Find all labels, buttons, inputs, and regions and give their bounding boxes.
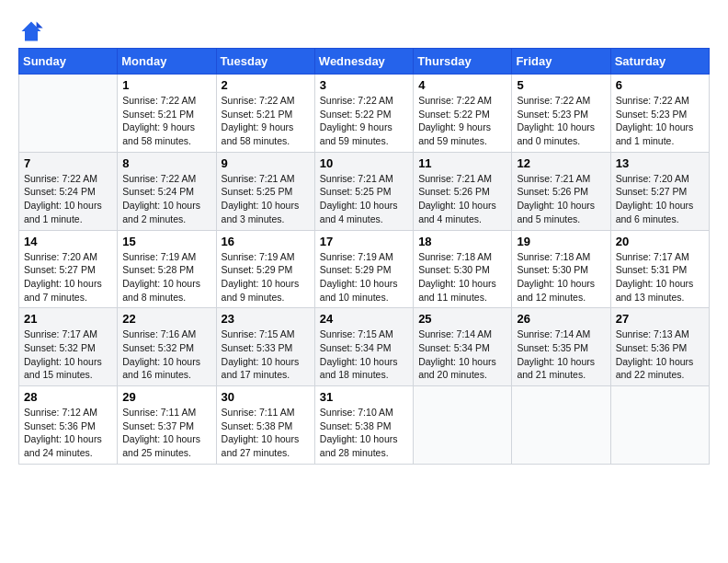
day-info: Sunrise: 7:11 AMSunset: 5:38 PMDaylight:… — [222, 406, 310, 460]
day-number: 17 — [320, 235, 408, 248]
day-info: Sunrise: 7:20 AMSunset: 5:27 PMDaylight:… — [616, 172, 704, 226]
day-number: 18 — [418, 235, 506, 248]
calendar-cell: 16Sunrise: 7:19 AMSunset: 5:29 PMDayligh… — [216, 230, 314, 308]
calendar-cell: 6Sunrise: 7:22 AMSunset: 5:23 PMDaylight… — [610, 75, 709, 153]
day-info: Sunrise: 7:19 AMSunset: 5:29 PMDaylight:… — [320, 250, 408, 304]
weekday-header-monday: Monday — [118, 49, 216, 75]
calendar-cell: 9Sunrise: 7:21 AMSunset: 5:25 PMDaylight… — [216, 152, 314, 230]
calendar-cell: 11Sunrise: 7:21 AMSunset: 5:26 PMDayligh… — [414, 152, 512, 230]
day-number: 16 — [222, 235, 310, 248]
svg-marker-1 — [37, 22, 43, 29]
day-number: 14 — [24, 235, 112, 248]
day-info: Sunrise: 7:21 AMSunset: 5:26 PMDaylight:… — [418, 172, 506, 226]
day-number: 6 — [616, 78, 704, 92]
day-number: 12 — [517, 156, 605, 170]
calendar-cell: 4Sunrise: 7:22 AMSunset: 5:22 PMDaylight… — [414, 75, 512, 153]
calendar-cell: 7Sunrise: 7:22 AMSunset: 5:24 PMDaylight… — [19, 152, 118, 230]
day-info: Sunrise: 7:16 AMSunset: 5:32 PMDaylight:… — [122, 327, 210, 382]
day-info: Sunrise: 7:17 AMSunset: 5:31 PMDaylight:… — [616, 250, 704, 304]
calendar-cell: 31Sunrise: 7:10 AMSunset: 5:38 PMDayligh… — [314, 386, 413, 465]
calendar-cell: 21Sunrise: 7:17 AMSunset: 5:32 PMDayligh… — [19, 308, 118, 386]
calendar-cell: 29Sunrise: 7:11 AMSunset: 5:37 PMDayligh… — [118, 386, 216, 465]
day-number: 15 — [122, 235, 210, 248]
day-number: 11 — [418, 156, 506, 170]
day-number: 30 — [222, 390, 310, 404]
calendar-cell: 3Sunrise: 7:22 AMSunset: 5:22 PMDaylight… — [314, 75, 413, 153]
day-number: 7 — [24, 156, 112, 170]
day-info: Sunrise: 7:19 AMSunset: 5:28 PMDaylight:… — [122, 250, 210, 304]
weekday-header-wednesday: Wednesday — [314, 49, 413, 75]
calendar-cell: 22Sunrise: 7:16 AMSunset: 5:32 PMDayligh… — [118, 308, 216, 386]
day-info: Sunrise: 7:15 AMSunset: 5:33 PMDaylight:… — [222, 327, 310, 382]
calendar-cell: 20Sunrise: 7:17 AMSunset: 5:31 PMDayligh… — [610, 230, 709, 308]
day-info: Sunrise: 7:20 AMSunset: 5:27 PMDaylight:… — [24, 250, 112, 304]
calendar-cell: 18Sunrise: 7:18 AMSunset: 5:30 PMDayligh… — [414, 230, 512, 308]
day-number: 1 — [122, 78, 210, 92]
calendar-cell: 5Sunrise: 7:22 AMSunset: 5:23 PMDaylight… — [512, 75, 610, 153]
day-number: 31 — [320, 390, 408, 404]
day-number: 26 — [517, 312, 605, 326]
day-number: 28 — [24, 390, 112, 404]
calendar-cell: 13Sunrise: 7:20 AMSunset: 5:27 PMDayligh… — [610, 152, 709, 230]
day-number: 3 — [320, 78, 408, 92]
calendar-cell — [610, 386, 709, 465]
day-info: Sunrise: 7:14 AMSunset: 5:35 PMDaylight:… — [517, 327, 605, 382]
day-number: 13 — [616, 156, 704, 170]
day-number: 29 — [122, 390, 210, 404]
day-number: 9 — [222, 156, 310, 170]
weekday-header-saturday: Saturday — [610, 49, 709, 75]
day-info: Sunrise: 7:14 AMSunset: 5:34 PMDaylight:… — [418, 327, 506, 382]
calendar-cell: 27Sunrise: 7:13 AMSunset: 5:36 PMDayligh… — [610, 308, 709, 386]
calendar-cell: 25Sunrise: 7:14 AMSunset: 5:34 PMDayligh… — [414, 308, 512, 386]
calendar-cell: 26Sunrise: 7:14 AMSunset: 5:35 PMDayligh… — [512, 308, 610, 386]
day-number: 24 — [320, 312, 408, 326]
calendar-cell: 14Sunrise: 7:20 AMSunset: 5:27 PMDayligh… — [19, 230, 118, 308]
calendar-cell: 28Sunrise: 7:12 AMSunset: 5:36 PMDayligh… — [19, 386, 118, 465]
day-info: Sunrise: 7:22 AMSunset: 5:24 PMDaylight:… — [24, 172, 112, 226]
day-number: 5 — [517, 78, 605, 92]
day-number: 23 — [222, 312, 310, 326]
day-info: Sunrise: 7:10 AMSunset: 5:38 PMDaylight:… — [320, 406, 408, 460]
day-number: 21 — [24, 312, 112, 326]
day-info: Sunrise: 7:22 AMSunset: 5:21 PMDaylight:… — [222, 94, 310, 148]
day-info: Sunrise: 7:12 AMSunset: 5:36 PMDaylight:… — [24, 406, 112, 460]
day-info: Sunrise: 7:21 AMSunset: 5:25 PMDaylight:… — [222, 172, 310, 226]
calendar-cell: 12Sunrise: 7:21 AMSunset: 5:26 PMDayligh… — [512, 152, 610, 230]
day-info: Sunrise: 7:13 AMSunset: 5:36 PMDaylight:… — [616, 327, 704, 382]
weekday-header-friday: Friday — [512, 49, 610, 75]
weekday-header-sunday: Sunday — [19, 49, 118, 75]
day-number: 10 — [320, 156, 408, 170]
day-info: Sunrise: 7:22 AMSunset: 5:22 PMDaylight:… — [320, 94, 408, 148]
calendar-cell: 10Sunrise: 7:21 AMSunset: 5:25 PMDayligh… — [314, 152, 413, 230]
calendar-cell: 1Sunrise: 7:22 AMSunset: 5:21 PMDaylight… — [118, 75, 216, 153]
page-header — [18, 18, 710, 44]
day-info: Sunrise: 7:15 AMSunset: 5:34 PMDaylight:… — [320, 327, 408, 382]
day-number: 2 — [222, 78, 310, 92]
logo-icon — [18, 18, 44, 44]
calendar-cell: 24Sunrise: 7:15 AMSunset: 5:34 PMDayligh… — [314, 308, 413, 386]
day-info: Sunrise: 7:17 AMSunset: 5:32 PMDaylight:… — [24, 327, 112, 382]
day-info: Sunrise: 7:22 AMSunset: 5:23 PMDaylight:… — [517, 94, 605, 148]
day-info: Sunrise: 7:21 AMSunset: 5:26 PMDaylight:… — [517, 172, 605, 226]
weekday-header-tuesday: Tuesday — [216, 49, 314, 75]
calendar-cell: 8Sunrise: 7:22 AMSunset: 5:24 PMDaylight… — [118, 152, 216, 230]
calendar-cell — [19, 75, 118, 153]
day-info: Sunrise: 7:21 AMSunset: 5:25 PMDaylight:… — [320, 172, 408, 226]
logo — [18, 18, 48, 44]
day-number: 27 — [616, 312, 704, 326]
calendar-cell: 2Sunrise: 7:22 AMSunset: 5:21 PMDaylight… — [216, 75, 314, 153]
calendar-cell: 23Sunrise: 7:15 AMSunset: 5:33 PMDayligh… — [216, 308, 314, 386]
day-info: Sunrise: 7:22 AMSunset: 5:24 PMDaylight:… — [122, 172, 210, 226]
day-number: 19 — [517, 235, 605, 248]
calendar-cell: 19Sunrise: 7:18 AMSunset: 5:30 PMDayligh… — [512, 230, 610, 308]
calendar-cell: 30Sunrise: 7:11 AMSunset: 5:38 PMDayligh… — [216, 386, 314, 465]
calendar-cell: 17Sunrise: 7:19 AMSunset: 5:29 PMDayligh… — [314, 230, 413, 308]
day-number: 22 — [122, 312, 210, 326]
day-number: 20 — [616, 235, 704, 248]
day-info: Sunrise: 7:11 AMSunset: 5:37 PMDaylight:… — [122, 406, 210, 460]
day-number: 4 — [418, 78, 506, 92]
day-info: Sunrise: 7:19 AMSunset: 5:29 PMDaylight:… — [222, 250, 310, 304]
day-info: Sunrise: 7:22 AMSunset: 5:22 PMDaylight:… — [418, 94, 506, 148]
day-info: Sunrise: 7:22 AMSunset: 5:23 PMDaylight:… — [616, 94, 704, 148]
day-info: Sunrise: 7:22 AMSunset: 5:21 PMDaylight:… — [122, 94, 210, 148]
